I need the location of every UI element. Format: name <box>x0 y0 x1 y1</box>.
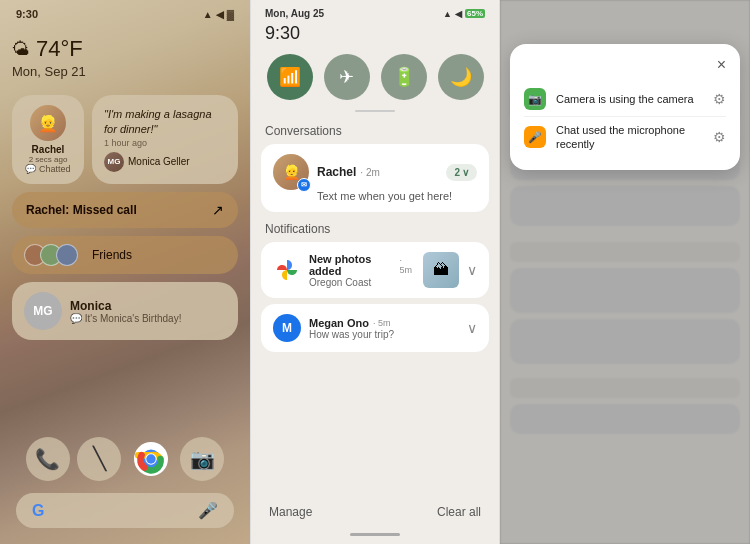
messages-app-badge: ✉ <box>297 178 311 192</box>
chrome-svg <box>134 442 168 476</box>
close-button[interactable]: × <box>717 56 726 74</box>
weather-widget[interactable]: 🌤 74°F Mon, Sep 21 <box>12 32 238 83</box>
blur-bar-3 <box>510 378 740 398</box>
google-photos-icon <box>273 256 301 284</box>
rachel-expand-button[interactable]: 2 ∨ <box>446 164 477 181</box>
notifications-label: Notifications <box>251 218 499 242</box>
clear-all-button[interactable]: Clear all <box>437 505 481 519</box>
airplane-icon: ✈ <box>339 66 354 88</box>
camera-permission-item: 📷 Camera is using the camera ⚙ <box>524 82 726 116</box>
mic-permission-text: Chat used the microphone recently <box>556 123 703 152</box>
missed-call-widget[interactable]: Rachel: Missed call ↗ <box>12 192 238 228</box>
rachel-time-label: 2 secs ago <box>29 155 68 164</box>
rachel-chat-label: 💬 Chatted <box>25 164 70 174</box>
monica-info: Monica 💬 It's Monica's Birthday! <box>70 299 181 324</box>
wifi-toggle[interactable]: 📶 <box>267 54 313 100</box>
monica-bubble-text: "I'm making a lasagna for dinner!" <box>104 107 226 136</box>
blur-card-4 <box>510 319 740 364</box>
home-status-bar: 9:30 ▲ ◀ ▓ <box>12 0 238 24</box>
rachel-avatar: 👱 <box>30 105 66 141</box>
rachel-notif-avatar: 👱 ✉ <box>273 154 309 190</box>
notif-status-bar: Mon, Aug 25 ▲ ◀ 65% <box>251 0 499 23</box>
notif-time: 9:30 <box>251 23 499 44</box>
friends-label: Friends <box>92 248 132 262</box>
mic-permission-item: 🎤 Chat used the microphone recently ⚙ <box>524 116 726 158</box>
blur-bar-2 <box>510 242 740 262</box>
microphone-icon: 🎤 <box>524 126 546 148</box>
missed-call-icon: ↗ <box>212 202 224 218</box>
photos-title: New photos added <box>309 253 396 277</box>
airplane-toggle[interactable]: ✈ <box>324 54 370 100</box>
rachel-notif-info: Rachel · 2m <box>317 165 438 179</box>
home-time: 9:30 <box>16 8 38 20</box>
mic-settings-icon[interactable]: ⚙ <box>713 129 726 145</box>
monica-birthday-widget[interactable]: MG Monica 💬 It's Monica's Birthday! <box>12 282 238 340</box>
photos-subtitle: Oregon Coast <box>309 277 415 288</box>
weather-temperature: 74°F <box>36 36 83 62</box>
manage-button[interactable]: Manage <box>269 505 312 519</box>
rachel-conversation-card[interactable]: 👱 ✉ Rachel · 2m 2 ∨ Text me when you get… <box>261 144 489 212</box>
monica-mini-avatar: MG <box>104 152 124 172</box>
megan-time: · 5m <box>373 318 391 328</box>
notification-panel: Mon, Aug 25 ▲ ◀ 65% 9:30 📶 ✈ 🔋 🌙 Convers… <box>250 0 500 544</box>
quick-toggles: 📶 ✈ 🔋 🌙 <box>251 44 499 110</box>
friend-icon-3 <box>56 244 78 266</box>
conversations-label: Conversations <box>251 120 499 144</box>
monica-bday-sub: 💬 It's Monica's Birthday! <box>70 313 181 324</box>
phone-dock-icon[interactable]: 📞 <box>26 437 70 481</box>
rachel-name-label: Rachel <box>32 144 65 155</box>
notif-status-icons: ▲ ◀ 65% <box>443 9 485 19</box>
search-bar[interactable]: G 🎤 <box>16 493 234 528</box>
svg-point-4 <box>146 454 155 463</box>
monica-bubble-sender: MG Monica Geller <box>104 152 226 172</box>
rachel-notif-time: · 2m <box>360 167 379 178</box>
monica-bday-name: Monica <box>70 299 181 313</box>
permission-panel: × 📷 Camera is using the camera ⚙ 🎤 Chat … <box>500 0 750 544</box>
megan-name: Megan Ono <box>309 317 369 329</box>
photos-time: · 5m <box>400 255 416 275</box>
monica-bubble-time: 1 hour ago <box>104 138 226 148</box>
notif-date: Mon, Aug 25 <box>265 8 324 19</box>
rachel-notif-message: Text me when you get here! <box>317 190 477 202</box>
google-g-icon: G <box>32 502 44 520</box>
notif-actions: Manage Clear all <box>251 497 499 527</box>
chat-icon-bday: 💬 <box>70 313 85 324</box>
rachel-contact-widget[interactable]: 👱 Rachel 2 secs ago 💬 Chatted <box>12 95 84 184</box>
battery-indicator: 65% <box>465 9 485 18</box>
missed-call-text: Rachel: Missed call <box>26 203 137 217</box>
donotdisturb-toggle[interactable]: 🌙 <box>438 54 484 100</box>
megan-text-block: Megan Ono · 5m How was your trip? <box>309 317 459 340</box>
monica-bubble-widget[interactable]: "I'm making a lasagna for dinner!" 1 hou… <box>92 95 238 184</box>
battery-icon: 🔋 <box>393 66 415 88</box>
camera-settings-icon[interactable]: ⚙ <box>713 91 726 107</box>
monica-sender-name: Monica Geller <box>128 156 190 167</box>
notif-divider <box>355 110 395 112</box>
battery-toggle[interactable]: 🔋 <box>381 54 427 100</box>
rachel-notif-name: Rachel <box>317 165 356 179</box>
megan-message: How was your trip? <box>309 329 459 340</box>
friends-icons <box>24 244 72 266</box>
blur-card-3 <box>510 268 740 313</box>
photos-expand-chevron[interactable]: ∨ <box>467 262 477 278</box>
home-status-icons: ▲ ◀ ▓ <box>203 9 234 20</box>
dock: 📞 ╲ � <box>12 425 238 493</box>
widget-row-2: Rachel: Missed call ↗ <box>12 192 238 228</box>
widgets-area: 👱 Rachel 2 secs ago 💬 Chatted "I'm makin… <box>12 95 238 340</box>
blur-card-5 <box>510 404 740 434</box>
photos-notification-card[interactable]: New photos added · 5m Oregon Coast 🏔 ∨ <box>261 242 489 298</box>
photos-text-block: New photos added · 5m Oregon Coast <box>309 253 415 288</box>
chrome-dock-icon[interactable] <box>129 437 173 481</box>
camera-permission-text: Camera is using the camera <box>556 92 703 106</box>
wifi-icon: 📶 <box>279 66 301 88</box>
megan-expand-chevron[interactable]: ∨ <box>467 320 477 336</box>
photos-thumbnail: 🏔 <box>423 252 459 288</box>
slash-dock-icon[interactable]: ╲ <box>77 437 121 481</box>
megan-notification-card[interactable]: M Megan Ono · 5m How was your trip? ∨ <box>261 304 489 352</box>
friends-widget[interactable]: Friends <box>12 236 238 274</box>
permission-popup: × 📷 Camera is using the camera ⚙ 🎤 Chat … <box>510 44 740 170</box>
camera-dock-icon[interactable]: 📷 <box>180 437 224 481</box>
bottom-handle <box>350 533 400 536</box>
chat-icon: 💬 <box>25 164 36 174</box>
moon-icon: 🌙 <box>450 66 472 88</box>
microphone-icon[interactable]: 🎤 <box>198 501 218 520</box>
